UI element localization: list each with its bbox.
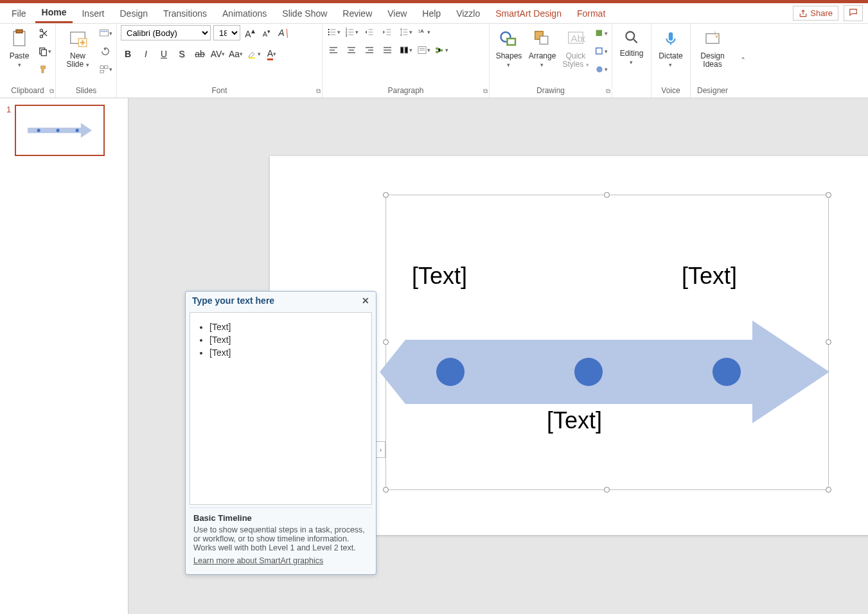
tab-transitions[interactable]: Transitions: [157, 4, 213, 22]
smartart-text-1[interactable]: [Text]: [412, 263, 467, 290]
resize-handle[interactable]: [383, 192, 389, 198]
group-label-slides: Slides: [60, 85, 112, 98]
italic-button[interactable]: I: [139, 47, 153, 61]
shape-fill-button[interactable]: ▾: [594, 26, 608, 40]
slide-edit-area[interactable]: Type your text here ✕ [Text] [Text] [Tex…: [128, 98, 868, 614]
group-editing: Editing▾: [612, 24, 651, 98]
group-voice: Dictate▾ Voice: [651, 24, 691, 98]
svg-rect-13: [249, 57, 254, 58]
tab-view[interactable]: View: [381, 4, 413, 22]
text-direction-button[interactable]: ↕A▾: [416, 25, 430, 39]
resize-handle[interactable]: [826, 192, 831, 198]
indent-dec-button[interactable]: [362, 25, 376, 39]
tab-format[interactable]: Format: [571, 4, 612, 22]
decrease-font-button[interactable]: A▾: [260, 26, 274, 40]
underline-button[interactable]: U: [157, 47, 171, 61]
tab-design[interactable]: Design: [113, 4, 154, 22]
char-spacing-button[interactable]: A͏V▾: [211, 47, 225, 61]
smartart-icon: [435, 45, 445, 55]
arrange-button[interactable]: Arrange▾: [527, 25, 558, 69]
text-pane-item[interactable]: [Text]: [209, 335, 362, 345]
cut-button[interactable]: [37, 26, 51, 40]
svg-point-2: [40, 35, 42, 38]
text-pane-item[interactable]: [Text]: [209, 322, 362, 332]
tab-slideshow[interactable]: Slide Show: [276, 4, 333, 22]
resize-handle[interactable]: [826, 487, 831, 493]
line-spacing-button[interactable]: ▾: [398, 25, 412, 39]
bold-button[interactable]: B: [121, 47, 135, 61]
design-ideas-button[interactable]: Design Ideas: [695, 25, 731, 69]
shape-effects-button[interactable]: ▾: [594, 62, 608, 76]
smartart-text-3[interactable]: [Text]: [682, 263, 737, 290]
format-painter-button[interactable]: [37, 62, 51, 76]
drawing-launcher[interactable]: ⧉: [606, 87, 610, 95]
smartart-convert-button[interactable]: ▾: [434, 43, 448, 57]
bullets-button[interactable]: ▾: [326, 25, 341, 39]
text-pane-title: Type your text here: [192, 295, 274, 306]
align-center-button[interactable]: [344, 43, 359, 57]
dictate-button[interactable]: Dictate▾: [655, 25, 686, 69]
section-button[interactable]: ▾: [98, 62, 112, 76]
numbering-button[interactable]: 123▾: [344, 25, 359, 39]
strike-button[interactable]: ab: [193, 47, 207, 61]
change-case-button[interactable]: Aa▾: [229, 47, 243, 61]
decrease-font-icon: A▾: [263, 28, 270, 38]
comments-button[interactable]: [844, 5, 863, 21]
shadow-button[interactable]: S: [175, 47, 189, 61]
tab-vizzlo[interactable]: Vizzlo: [450, 4, 486, 22]
text-pane-body[interactable]: [Text] [Text] [Text]: [190, 312, 372, 505]
copy-button[interactable]: ▾: [37, 44, 51, 58]
paste-button[interactable]: Paste▾: [4, 25, 35, 69]
reset-icon: [100, 46, 111, 57]
text-pane-close-button[interactable]: ✕: [362, 295, 369, 306]
slide-thumbnail-1[interactable]: [15, 105, 105, 156]
tab-home[interactable]: Home: [35, 3, 73, 23]
align-left-button[interactable]: [326, 43, 341, 57]
layout-button[interactable]: ▾: [98, 26, 112, 40]
clipboard-launcher[interactable]: ⧉: [49, 87, 54, 95]
timeline-arrow-shape[interactable]: [380, 320, 829, 423]
tab-file[interactable]: File: [5, 4, 33, 22]
font-launcher[interactable]: ⧉: [316, 87, 321, 95]
resize-handle[interactable]: [604, 487, 610, 493]
align-right-button[interactable]: [362, 43, 376, 57]
paragraph-launcher[interactable]: ⧉: [483, 87, 488, 95]
strike-icon: ab: [195, 49, 205, 59]
font-size-select[interactable]: 18+: [213, 25, 240, 40]
highlight-button[interactable]: ▾: [247, 47, 261, 61]
justify-button[interactable]: [380, 43, 394, 57]
align-text-button[interactable]: ▾: [416, 43, 430, 57]
text-pane-toggle[interactable]: ›: [376, 441, 385, 458]
learn-more-link[interactable]: Learn more about SmartArt graphics: [193, 556, 323, 565]
svg-point-40: [436, 358, 465, 386]
design-ideas-label: Design Ideas: [700, 51, 724, 69]
new-slide-button[interactable]: New Slide ▾: [60, 25, 96, 69]
text-pane-item[interactable]: [Text]: [209, 347, 362, 358]
smartart-selection[interactable]: [Text] [Text] [Text]: [385, 195, 829, 490]
tab-animations[interactable]: Animations: [216, 4, 273, 22]
new-slide-label: New Slide ▾: [66, 52, 89, 69]
resize-handle[interactable]: [604, 192, 610, 198]
tab-smartart-design[interactable]: SmartArt Design: [489, 4, 568, 22]
tab-insert[interactable]: Insert: [75, 4, 111, 22]
smartart-text-2[interactable]: [Text]: [547, 407, 602, 434]
increase-font-button[interactable]: A▴: [243, 26, 257, 40]
clear-formatting-button[interactable]: A⧹: [276, 26, 290, 40]
resize-handle[interactable]: [383, 487, 389, 493]
shape-outline-button[interactable]: ▾: [594, 44, 608, 58]
reset-button[interactable]: [98, 44, 112, 58]
font-name-select[interactable]: Calibri (Body): [121, 25, 211, 40]
collapse-ribbon-button[interactable]: ˄: [734, 24, 752, 98]
tab-help[interactable]: Help: [416, 4, 447, 22]
svg-text:Abc: Abc: [571, 33, 586, 44]
indent-inc-button[interactable]: [380, 25, 394, 39]
editing-button[interactable]: Editing▾: [616, 25, 647, 66]
quick-styles-button[interactable]: Abc Quick Styles ▾: [560, 25, 591, 69]
smartart-text-pane[interactable]: Type your text here ✕ [Text] [Text] [Tex…: [185, 291, 376, 575]
font-color-button[interactable]: A▾: [265, 47, 279, 61]
shapes-button[interactable]: Shapes▾: [493, 25, 524, 69]
quickstyles-label: Quick Styles: [562, 51, 585, 69]
columns-button[interactable]: ▾: [398, 43, 412, 57]
tab-review[interactable]: Review: [336, 4, 378, 22]
share-button[interactable]: Share: [793, 6, 838, 21]
